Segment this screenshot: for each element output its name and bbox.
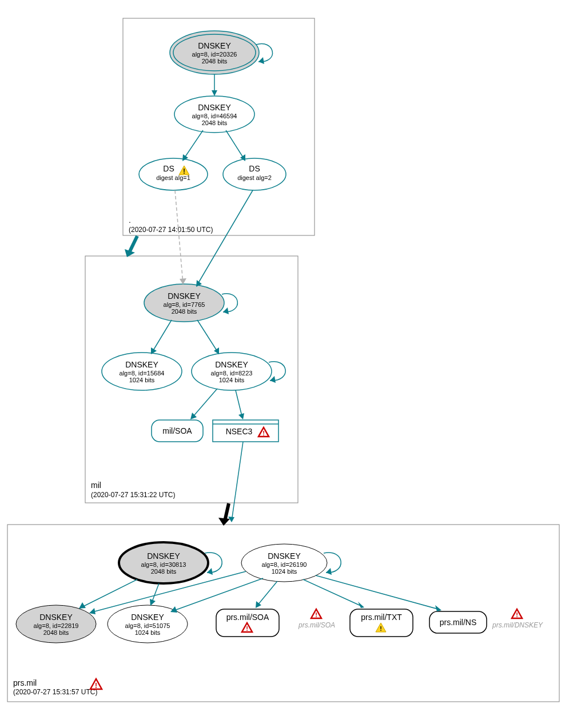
node-prsmil-txt[interactable]: prs.mil/TXT ! [350,609,413,637]
dnssec-graph: . (2020-07-27 14:01:50 UTC) DNSKEY alg=8… [0,0,585,728]
node-mil-zsk2[interactable]: DNSKEY alg=8, id=8223 1024 bits [192,353,272,390]
edge-key2-txt [303,579,363,607]
svg-text:DNSKEY: DNSKEY [198,41,231,50]
edge-zsk2-soa [192,389,217,418]
svg-text:DS: DS [249,164,260,173]
edge-root-zsk-ds2 [226,130,245,160]
error-icon: ! [311,609,321,618]
edge-key2-key4 [172,578,263,611]
error-icon: ! [90,679,102,690]
node-root-ds2[interactable]: DS digest alg=2 [223,158,286,190]
zone-mil-date: (2020-07-27 15:31:22 UTC) [91,491,175,499]
zone-mil-label: mil [91,481,101,490]
node-root-ds1[interactable]: DS digest alg=1 ! [139,158,208,190]
node-root-zsk[interactable]: DNSKEY alg=8, id=46594 2048 bits [174,96,254,133]
zone-root-label: . [129,215,131,225]
edge-ds1-milksk [175,190,183,283]
node-mil-soa[interactable]: mil/SOA [152,420,203,442]
svg-marker-10 [212,90,217,96]
node-root-ksk[interactable]: DNSKEY alg=8, id=20326 2048 bits [170,31,259,74]
svg-text:2048 bits: 2048 bits [43,629,69,636]
svg-text:prs.mil/NS: prs.mil/NS [440,618,477,627]
zone-prsmil-label: prs.mil [13,678,37,687]
svg-text:prs.mil/TXT: prs.mil/TXT [361,613,402,622]
svg-text:alg=8, id=46594: alg=8, id=46594 [192,113,237,119]
svg-text:1024 bits: 1024 bits [219,377,245,383]
svg-marker-48 [238,413,244,419]
svg-text:alg=8, id=8223: alg=8, id=8223 [211,370,253,377]
svg-text:DNSKEY: DNSKEY [39,613,73,622]
svg-text:alg=8, id=7765: alg=8, id=7765 [164,301,205,308]
zone-prsmil-date: (2020-07-27 15:31:57 UTC) [13,688,97,696]
node-mil-zsk1[interactable]: DNSKEY alg=8, id=15684 1024 bits [102,353,182,390]
edge-milksk-zsk2 [197,320,218,353]
svg-marker-57 [207,568,213,575]
svg-text:prs.mil/SOA: prs.mil/SOA [226,613,269,622]
svg-text:NSEC3: NSEC3 [226,427,253,436]
svg-text:1024 bits: 1024 bits [272,568,297,575]
svg-text:1024 bits: 1024 bits [129,377,155,383]
svg-marker-87 [89,608,95,614]
edge-ksk-key3 [80,579,137,608]
svg-text:!: ! [380,625,382,632]
node-prsmil-key2[interactable]: DNSKEY alg=8, id=26190 1024 bits [241,544,327,582]
svg-marker-39 [270,376,276,383]
svg-text:1024 bits: 1024 bits [135,629,161,636]
node-prsmil-soa-ghost: prs.mil/SOA [298,621,335,629]
error-icon: ! [512,609,522,618]
svg-text:2048 bits: 2048 bits [202,58,228,65]
svg-text:2048 bits: 2048 bits [151,568,177,575]
svg-text:DNSKEY: DNSKEY [268,551,301,561]
svg-text:!: ! [95,682,97,690]
svg-text:DNSKEY: DNSKEY [147,551,180,561]
svg-marker-38 [214,347,219,354]
node-mil-ksk[interactable]: DNSKEY alg=8, id=7765 2048 bits [144,284,224,322]
svg-marker-91 [435,605,441,611]
svg-text:alg=8, id=30813: alg=8, id=30813 [141,561,186,568]
edge-key2-soa [256,581,277,607]
svg-text:!: ! [183,167,185,175]
svg-text:!: ! [262,430,265,437]
node-prsmil-ksk[interactable]: DNSKEY alg=8, id=30813 2048 bits [119,542,208,583]
node-prsmil-dnskey-ghost: prs.mil/DNSKEY [492,621,543,629]
edge-milksk-zsk1 [152,320,172,353]
svg-text:!: ! [315,611,317,618]
svg-text:mil/SOA: mil/SOA [162,426,192,435]
svg-text:!: ! [246,625,248,632]
svg-text:alg=8, id=20326: alg=8, id=20326 [192,51,237,58]
svg-text:2048 bits: 2048 bits [172,308,197,315]
svg-text:DNSKEY: DNSKEY [131,613,164,622]
svg-text:DNSKEY: DNSKEY [215,360,248,369]
svg-text:alg=8, id=15684: alg=8, id=15684 [120,370,165,377]
node-prsmil-key3[interactable]: DNSKEY alg=8, id=22819 2048 bits [16,605,96,643]
svg-text:alg=8, id=51075: alg=8, id=51075 [125,622,170,629]
svg-text:!: ! [516,611,518,618]
edge-nsec3-down [232,442,243,521]
svg-marker-5 [258,57,264,64]
edge-ds2-milksk [197,190,253,286]
svg-text:alg=8, id=26190: alg=8, id=26190 [262,561,307,568]
edge-root-zsk-ds1 [183,130,203,160]
svg-text:DNSKEY: DNSKEY [125,360,158,369]
edge-key2-ns [316,575,440,610]
svg-text:alg=8, id=22819: alg=8, id=22819 [34,622,79,629]
node-mil-nsec3[interactable]: NSEC3 ! [213,420,278,442]
svg-text:digest alg=2: digest alg=2 [237,174,272,181]
zone-root-date: (2020-07-27 14:01:50 UTC) [129,226,213,234]
svg-text:2048 bits: 2048 bits [202,119,228,126]
svg-text:DNSKEY: DNSKEY [198,103,231,112]
svg-text:DNSKEY: DNSKEY [168,291,201,301]
node-prsmil-ns[interactable]: prs.mil/NS [429,611,487,633]
svg-text:DS: DS [163,164,174,173]
node-prsmil-soa[interactable]: prs.mil/SOA ! [216,609,279,637]
svg-marker-62 [326,568,332,575]
svg-marker-26 [223,307,229,314]
